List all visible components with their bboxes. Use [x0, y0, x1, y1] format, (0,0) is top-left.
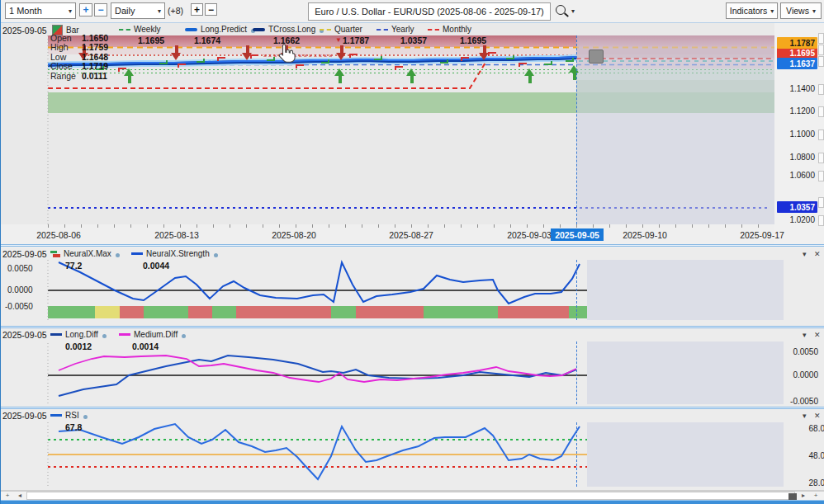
step-mark	[96, 66, 104, 70]
buy-signal-arrow-icon	[569, 65, 580, 80]
sell-signal-arrow-icon	[336, 45, 347, 60]
buy-signal-arrow-icon	[524, 68, 535, 83]
crosshair-vline-diff	[576, 341, 577, 404]
step-mark	[488, 52, 496, 56]
step-mark	[395, 66, 403, 70]
crosshair-vline-neuralx	[576, 260, 577, 320]
sell-signal-arrow-icon	[78, 45, 89, 60]
buy-signal-arrow-icon	[406, 68, 417, 83]
step-mark	[178, 64, 186, 68]
step-mark	[461, 57, 469, 61]
trading-app-window: 1 Month ▾ + − Daily ▾ (+8) + − Euro / U.…	[0, 0, 824, 504]
step-mark	[349, 54, 358, 58]
step-mark	[296, 64, 304, 68]
step-mark	[321, 59, 329, 64]
crosshair-vline-main	[576, 35, 577, 224]
step-mark	[519, 63, 527, 67]
step-mark	[544, 61, 552, 65]
step-mark	[217, 57, 225, 61]
step-mark	[566, 58, 574, 62]
cross-marks: ××××××××××××××	[263, 53, 334, 59]
signal-markers-layer: ××××××××××××××	[1, 0, 824, 504]
drag-handle[interactable]	[589, 49, 604, 64]
sell-signal-arrow-icon	[171, 45, 182, 60]
buy-signal-arrow-icon	[334, 68, 345, 83]
crosshair-vline-rsi	[576, 422, 577, 487]
step-mark	[118, 68, 126, 72]
step-mark	[506, 55, 514, 59]
step-mark	[159, 60, 168, 64]
step-mark	[440, 59, 448, 64]
step-mark	[250, 54, 258, 59]
mouse-hand-cursor	[277, 43, 296, 64]
step-mark	[374, 56, 382, 60]
step-mark	[197, 59, 205, 63]
